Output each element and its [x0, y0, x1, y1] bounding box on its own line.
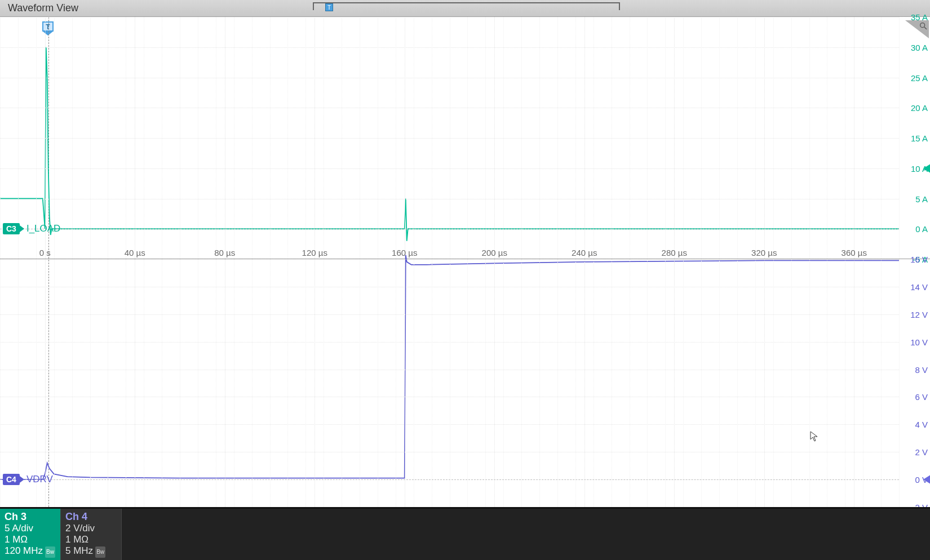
y-tick-label: 12 V [900, 309, 928, 319]
y-tick-label: 25 A [900, 73, 928, 82]
ch3-term: 1 MΩ [5, 534, 56, 545]
ground-marker-ch4[interactable] [923, 474, 930, 485]
y-tick-label: 8 V [900, 365, 928, 374]
ch4-scale: 2 V/div [65, 523, 117, 534]
chevron-right-icon [20, 476, 24, 483]
ch3-title: Ch 3 [5, 511, 56, 523]
ch3-bw: 120 MHz [5, 545, 43, 557]
ch3-scale: 5 A/div [5, 523, 56, 534]
y-tick-label: 5 A [900, 194, 928, 203]
y-tick-label: 15 A [900, 134, 928, 143]
bw-icon: Bw [95, 546, 105, 558]
x-tick-label: 0 s [39, 248, 51, 257]
overview-bracket [313, 2, 620, 10]
plot-area[interactable]: T -5 A0 A5 A10 A15 A20 A25 A30 A35 AC3I_… [0, 17, 930, 507]
x-tick-label: 280 µs [662, 248, 687, 257]
channel-id-badge: C3 [3, 223, 20, 234]
record-overview[interactable]: T [313, 2, 620, 15]
y-tick-label: 6 V [900, 392, 928, 402]
x-tick-label: 80 µs [214, 248, 235, 257]
pane-ch4[interactable]: -2 V0 V2 V4 V6 V8 V10 V12 V14 V16 VC4VDR… [0, 259, 930, 507]
channel-id-badge: C4 [3, 474, 20, 485]
channel-signal-name: I_LOAD [26, 223, 60, 234]
channel-footer: Ch 3 5 A/div 1 MΩ 120 MHzBw Ch 4 2 V/div… [0, 507, 930, 560]
window-title: Waveform View [8, 2, 78, 14]
y-tick-label: 14 V [900, 282, 928, 291]
chevron-right-icon [20, 225, 24, 232]
y-tick-label: 4 V [900, 420, 928, 429]
pane-ch3[interactable]: -5 A0 A5 A10 A15 A20 A25 A30 A35 AC3I_LO… [0, 17, 930, 259]
channel-signal-name: VDRV [26, 474, 53, 485]
ch4-term: 1 MΩ [65, 534, 117, 545]
y-tick-label: 16 V [900, 255, 928, 264]
channel-tag-ch4[interactable]: C4VDRV [3, 473, 53, 486]
y-tick-label: 30 A [900, 42, 928, 52]
x-tick-label: 320 µs [751, 248, 777, 257]
y-tick-label: 35 A [900, 12, 928, 22]
waveform-ch4 [0, 259, 930, 507]
y-tick-label: 0 A [900, 224, 928, 234]
ground-marker-ch3[interactable] [923, 163, 930, 174]
channel-tag-ch3[interactable]: C3I_LOAD [3, 222, 60, 235]
ch4-bw: 5 MHz [65, 545, 93, 557]
x-tick-label: 40 µs [125, 248, 145, 257]
overview-trigger-marker[interactable]: T [325, 3, 333, 11]
y-tick-label: 20 A [900, 103, 928, 113]
x-tick-label: 120 µs [302, 248, 327, 257]
y-tick-label: 2 V [900, 447, 928, 457]
y-tick-label: 10 V [900, 337, 928, 346]
ch4-title: Ch 4 [65, 511, 117, 523]
bw-icon: Bw [45, 546, 55, 558]
x-tick-label: 160 µs [392, 248, 417, 257]
x-tick-label: 360 µs [842, 248, 867, 257]
x-tick-label: 200 µs [482, 248, 507, 257]
channel-card-ch4[interactable]: Ch 4 2 V/div 1 MΩ 5 MHzBw [61, 509, 122, 560]
channel-card-ch3[interactable]: Ch 3 5 A/div 1 MΩ 120 MHzBw [0, 509, 61, 560]
x-tick-label: 240 µs [572, 248, 597, 257]
